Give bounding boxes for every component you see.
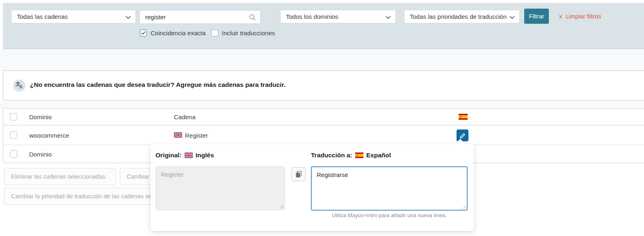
chevron-down-icon (386, 13, 391, 20)
strings-filter-value: Todas las cadenas (17, 13, 68, 20)
clear-filters-label: Limpiar filtros (566, 13, 601, 20)
translation-label-row: Traducción a: Español (311, 152, 391, 159)
pencil-icon (459, 132, 466, 139)
spanish-flag-icon (355, 152, 363, 158)
page-background-band (0, 50, 644, 70)
select-all-checkbox-footer[interactable] (10, 150, 17, 158)
string-cell: Register (174, 132, 208, 138)
english-flag-icon (185, 152, 193, 158)
table-header-row: Dominio Cadena (3, 109, 644, 125)
translate-icon: 文 A (13, 79, 25, 92)
change-domain-label: Cambiar (127, 173, 149, 180)
include-translations-label: Incluir traducciones (222, 30, 275, 36)
original-language: Inglés (196, 152, 214, 159)
search-icon (249, 14, 256, 23)
domain-cell: woocommerce (29, 132, 69, 138)
domains-filter-value: Todos los dominios (286, 13, 338, 20)
row-checkbox[interactable] (10, 132, 17, 139)
delete-selected-button[interactable]: Eliminar las cadenas seleccionadas (4, 168, 116, 185)
clear-filters-x: x (559, 13, 562, 20)
strings-filter-select[interactable]: Todas las cadenas (11, 10, 136, 23)
edit-translation-button[interactable] (457, 129, 468, 141)
original-label-row: Original: Inglés (155, 152, 214, 159)
footer-header-domain: Dominio (29, 150, 52, 157)
exact-match-label: Coincidencia exacta (151, 30, 206, 36)
exact-match-option: Coincidencia exacta (140, 30, 206, 36)
change-priority-label: Cambiar la prioridad de traducción de la… (11, 193, 156, 200)
string-text: Register (185, 132, 208, 138)
add-strings-notice: 文 A ¿No encuentra las cadenas que desea … (3, 70, 644, 100)
translation-label: Traducción a: (311, 152, 352, 159)
translation-language: Español (366, 152, 391, 159)
translation-editor-popup: Original: Inglés Traducción a: Español R… (151, 144, 474, 231)
original-label: Original: (155, 152, 182, 159)
translation-textarea[interactable]: Registrarse (311, 166, 468, 211)
string-translation-page: Todas las cadenas Todos los dominios Tod… (0, 0, 644, 236)
clear-filters-link[interactable]: x Limpiar filtros (559, 9, 601, 24)
page-background-band (0, 101, 644, 108)
priorities-filter-select[interactable]: Todas las prioridades de traducción (404, 10, 520, 23)
filter-panel: Todas las cadenas Todos los dominios Tod… (3, 3, 644, 49)
include-translations-option: Incluir traducciones (211, 30, 275, 36)
editor-helper-text: Utiliza Mayús+Intro para añadir una nuev… (311, 212, 468, 218)
chevron-down-icon (509, 13, 515, 20)
priorities-filter-value: Todas las prioridades de traducción (410, 13, 507, 20)
copy-original-button[interactable] (291, 167, 306, 181)
select-all-checkbox[interactable] (10, 113, 17, 120)
table-row: woocommerce Register (3, 125, 644, 145)
original-textarea-wrap (155, 166, 285, 210)
english-flag-icon (174, 132, 182, 138)
search-input[interactable] (139, 10, 260, 24)
chevron-down-icon (126, 13, 131, 20)
original-textarea (155, 166, 285, 210)
column-header-string: Cadena (174, 113, 196, 120)
copy-icon (295, 171, 302, 178)
translation-textarea-wrap: Registrarse (311, 166, 468, 211)
exact-match-checkbox[interactable] (140, 30, 147, 36)
spanish-flag-icon (459, 114, 468, 120)
include-translations-checkbox[interactable] (211, 30, 218, 36)
delete-selected-label: Eliminar las cadenas seleccionadas (11, 173, 105, 180)
column-header-domain: Dominio (29, 113, 52, 120)
notice-text: ¿No encuentra las cadenas que desea trad… (30, 81, 285, 88)
check-icon (141, 31, 146, 35)
filter-button[interactable]: Filtrar (524, 9, 549, 24)
domains-filter-select[interactable]: Todos los dominios (280, 10, 396, 23)
